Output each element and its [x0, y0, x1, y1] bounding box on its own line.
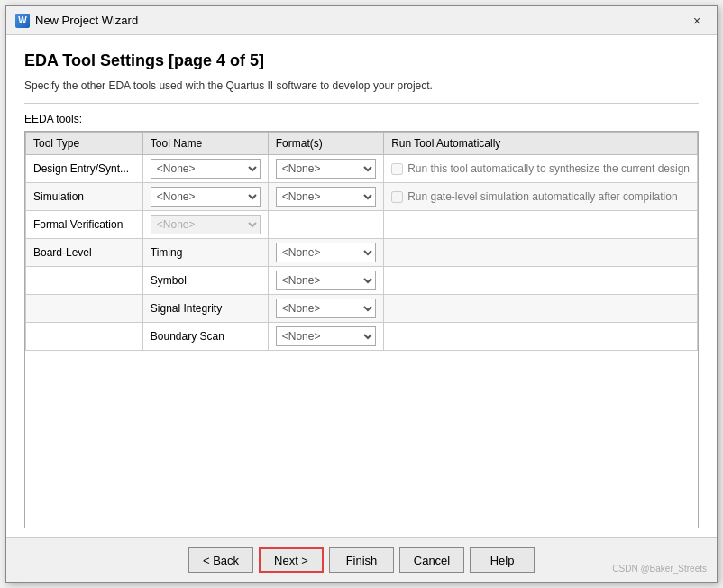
- dialog: W New Project Wizard × EDA Tool Settings…: [5, 5, 718, 583]
- footer: < Back Next > Finish Cancel Help: [6, 537, 717, 582]
- run-tool-checkbox-label[interactable]: Run this tool automatically to synthesiz…: [391, 162, 690, 175]
- col-header-formats: Format(s): [268, 133, 383, 155]
- col-header-run: Run Tool Automatically: [384, 133, 698, 155]
- format-dropdown[interactable]: <None>: [276, 243, 376, 262]
- content-area: EDA Tool Settings [page 4 of 5] Specify …: [6, 35, 717, 537]
- watermark: CSDN @Baker_Streets: [612, 564, 707, 574]
- eda-tools-table-container: Tool Type Tool Name Format(s) Run Tool A…: [24, 131, 699, 528]
- tool-name-dropdown: <None>: [151, 215, 261, 234]
- run-tool-checkbox[interactable]: [391, 191, 403, 203]
- col-header-tool-type: Tool Type: [26, 133, 143, 155]
- cell-tool-name[interactable]: <None>: [142, 211, 268, 239]
- cell-tool-type: Design Entry/Synt...: [26, 155, 143, 183]
- title-bar: W New Project Wizard ×: [6, 6, 717, 35]
- format-dropdown[interactable]: <None>: [276, 159, 376, 179]
- table-row: Design Entry/Synt...<None><None>Run this…: [26, 155, 698, 183]
- run-tool-label: Run gate-level simulation automatically …: [407, 190, 677, 203]
- finish-button[interactable]: Finish: [329, 547, 394, 573]
- title-text: New Project Wizard: [35, 14, 138, 27]
- cancel-button[interactable]: Cancel: [399, 547, 464, 573]
- next-button[interactable]: Next >: [259, 547, 324, 573]
- table-row: Formal Verification<None>: [26, 211, 698, 239]
- cell-run-tool: [384, 267, 698, 295]
- help-button[interactable]: Help: [470, 547, 535, 573]
- section-label: EEDA tools:: [24, 113, 699, 125]
- format-dropdown[interactable]: <None>: [276, 187, 376, 207]
- cell-run-tool: [384, 323, 698, 351]
- tool-name-dropdown[interactable]: <None>: [151, 159, 261, 179]
- col-header-tool-name: Tool Name: [142, 133, 268, 155]
- eda-tools-table: Tool Type Tool Name Format(s) Run Tool A…: [25, 132, 698, 351]
- cell-format[interactable]: <None>: [268, 267, 383, 295]
- cell-tool-type: Formal Verification: [26, 211, 143, 239]
- cell-format[interactable]: <None>: [268, 155, 383, 183]
- cell-tool-name: Signal Integrity: [142, 295, 268, 323]
- cell-tool-name[interactable]: <None>: [142, 155, 268, 183]
- cell-run-tool: [384, 239, 698, 267]
- cell-tool-name: Boundary Scan: [142, 323, 268, 351]
- table-row: Symbol<None>: [26, 267, 698, 295]
- cell-tool-name: Symbol: [142, 267, 268, 295]
- close-button[interactable]: ×: [686, 10, 708, 32]
- format-dropdown[interactable]: <None>: [276, 326, 376, 346]
- cell-tool-name: Timing: [142, 239, 268, 267]
- table-row: Simulation<None><None>Run gate-level sim…: [26, 183, 698, 211]
- wizard-icon: W: [15, 14, 30, 28]
- run-tool-checkbox-label[interactable]: Run gate-level simulation automatically …: [391, 190, 690, 203]
- page-title: EDA Tool Settings [page 4 of 5]: [24, 51, 699, 70]
- table-row: Boundary Scan<None>: [26, 323, 698, 351]
- description-text: Specify the other EDA tools used with th…: [24, 79, 699, 92]
- cell-format[interactable]: <None>: [268, 323, 383, 351]
- cell-tool-type: [26, 295, 143, 323]
- divider: [24, 103, 699, 104]
- cell-run-tool: [384, 211, 698, 239]
- table-row: Signal Integrity<None>: [26, 295, 698, 323]
- tool-name-dropdown[interactable]: <None>: [151, 187, 261, 207]
- table-row: Board-LevelTiming<None>: [26, 239, 698, 267]
- cell-tool-type: Board-Level: [26, 239, 143, 267]
- cell-format[interactable]: [268, 211, 383, 239]
- cell-format[interactable]: <None>: [268, 239, 383, 267]
- run-tool-checkbox[interactable]: [391, 163, 403, 175]
- cell-run-tool: Run gate-level simulation automatically …: [384, 183, 698, 211]
- cell-run-tool: Run this tool automatically to synthesiz…: [384, 155, 698, 183]
- back-button[interactable]: < Back: [188, 547, 253, 573]
- format-dropdown[interactable]: <None>: [276, 271, 376, 290]
- cell-tool-type: Simulation: [26, 183, 143, 211]
- cell-tool-type: [26, 267, 143, 295]
- run-tool-label: Run this tool automatically to synthesiz…: [407, 162, 690, 175]
- cell-tool-name[interactable]: <None>: [142, 183, 268, 211]
- cell-run-tool: [384, 295, 698, 323]
- cell-format[interactable]: <None>: [268, 295, 383, 323]
- title-bar-left: W New Project Wizard: [15, 14, 138, 28]
- cell-tool-type: [26, 323, 143, 351]
- format-dropdown[interactable]: <None>: [276, 299, 376, 318]
- cell-format[interactable]: <None>: [268, 183, 383, 211]
